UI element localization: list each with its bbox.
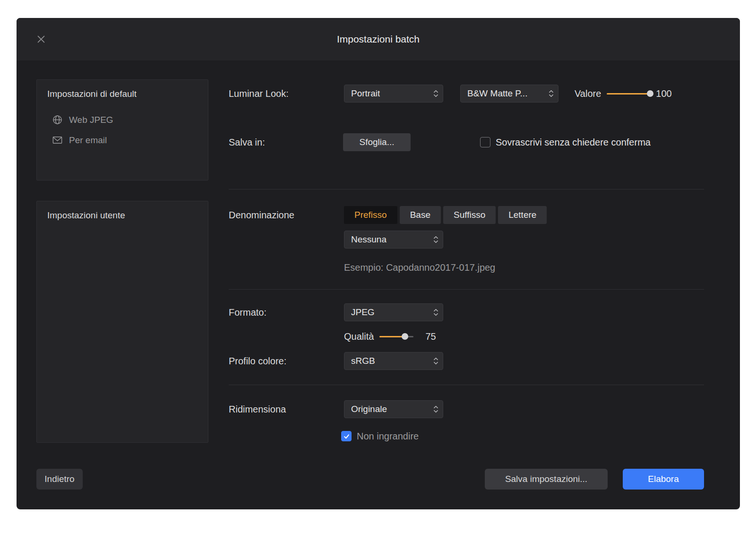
stepper-chevrons-icon — [433, 89, 438, 98]
user-settings-panel: Impostazioni utente — [36, 201, 208, 443]
default-settings-panel: Impostazioni di default Web JPEG — [36, 79, 208, 181]
color-profile-value: sRGB — [351, 356, 375, 366]
overwrite-check-row[interactable]: Sovrascrivi senza chiedere conferma — [480, 133, 651, 151]
check-icon — [343, 433, 350, 440]
save-in-label: Salva in: — [229, 133, 265, 151]
slider-track — [379, 336, 413, 337]
divider — [229, 289, 704, 290]
stepper-chevrons-icon — [433, 357, 438, 365]
stepper-chevrons-icon — [549, 89, 554, 98]
process-button[interactable]: Elabora — [623, 469, 704, 490]
naming-label: Denominazione — [229, 206, 294, 224]
slider-knob[interactable] — [647, 90, 653, 97]
list-item-label: Web JPEG — [69, 115, 113, 125]
segment-lettere[interactable]: Lettere — [498, 206, 547, 224]
browse-button[interactable]: Sfoglia... — [343, 133, 411, 151]
format-label: Formato: — [229, 303, 266, 321]
color-profile-dropdown[interactable]: sRGB — [344, 352, 443, 370]
look-category-dropdown[interactable]: Portrait — [344, 85, 443, 103]
list-item-per-email[interactable]: Per email — [37, 130, 208, 150]
dialog-title: Impostazioni batch — [17, 34, 740, 45]
list-item-web-jpeg[interactable]: Web JPEG — [37, 110, 208, 130]
default-settings-list: Web JPEG Per email — [37, 110, 208, 150]
slider-fill — [607, 93, 650, 95]
prefix-dropdown[interactable]: Nessuna — [344, 231, 443, 249]
slider-track — [607, 93, 650, 95]
format-dropdown[interactable]: JPEG — [344, 303, 443, 321]
back-button[interactable]: Indietro — [36, 469, 83, 490]
no-enlarge-label: Non ingrandire — [357, 431, 419, 442]
look-preset-dropdown[interactable]: B&W Matte P... — [460, 85, 558, 103]
divider — [229, 385, 704, 385]
quality-label: Qualità — [344, 331, 374, 342]
stepper-chevrons-icon — [433, 235, 438, 244]
segment-suffisso[interactable]: Suffisso — [443, 206, 496, 224]
quality-value: 75 — [425, 331, 436, 342]
stepper-chevrons-icon — [433, 308, 438, 317]
resize-dropdown[interactable]: Originale — [344, 400, 443, 418]
segment-prefisso[interactable]: Prefisso — [344, 206, 397, 224]
resize-value: Originale — [351, 404, 387, 414]
look-category-value: Portrait — [351, 88, 380, 99]
titlebar: Impostazioni batch — [17, 18, 740, 60]
envelope-icon — [52, 135, 63, 146]
look-preset-value: B&W Matte P... — [467, 88, 527, 99]
format-value: JPEG — [351, 307, 375, 318]
stepper-chevrons-icon — [433, 405, 438, 413]
filename-example: Esempio: Capodanno2017-017.jpeg — [344, 262, 495, 273]
default-settings-title: Impostazioni di default — [37, 80, 208, 99]
color-profile-label: Profilo colore: — [229, 352, 286, 370]
resize-label: Ridimensiona — [229, 400, 286, 418]
no-enlarge-checkbox[interactable] — [341, 431, 352, 441]
prefix-value: Nessuna — [351, 234, 387, 245]
globe-icon — [52, 114, 63, 125]
quality-slider[interactable] — [379, 333, 413, 340]
overwrite-label: Sovrascrivi senza chiedere conferma — [496, 137, 651, 148]
batch-settings-dialog: Impostazioni batch Impostazioni di defau… — [17, 18, 740, 509]
save-settings-button[interactable]: Salva impostazioni... — [485, 469, 608, 490]
list-item-label: Per email — [69, 135, 107, 146]
slider-fill — [379, 336, 405, 337]
overwrite-checkbox[interactable] — [480, 137, 490, 147]
valore-label: Valore — [575, 88, 601, 99]
luminar-look-label: Luminar Look: — [229, 85, 289, 103]
valore-value: 100 — [656, 88, 671, 99]
valore-slider[interactable] — [607, 90, 650, 97]
naming-segmented-control: Prefisso Base Suffisso Lettere — [344, 206, 547, 224]
slider-knob[interactable] — [402, 333, 408, 340]
divider — [229, 189, 704, 189]
no-enlarge-check-row[interactable]: Non ingrandire — [341, 427, 419, 445]
look-amount-group: Valore 100 — [575, 85, 672, 103]
segment-base[interactable]: Base — [400, 206, 441, 224]
quality-group: Qualità 75 — [344, 327, 436, 345]
user-settings-title: Impostazioni utente — [37, 201, 208, 221]
